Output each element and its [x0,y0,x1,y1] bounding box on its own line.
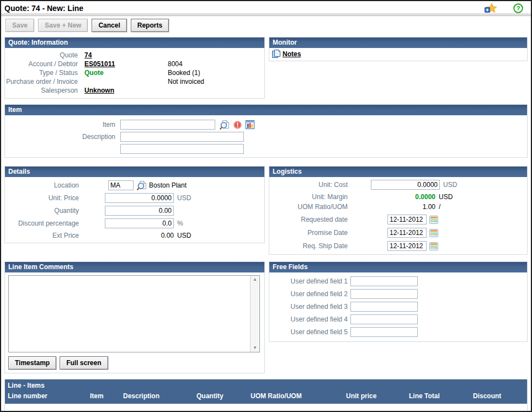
column-discount: Discount [473,392,524,400]
promise-date-calendar-icon[interactable] [429,229,438,237]
comments-textarea[interactable] [9,276,250,352]
discount-percentage-input[interactable] [105,218,174,228]
type-status-row: Type / Status Quote Booked (1) [5,68,264,77]
description-row-1: Description [5,132,527,142]
ext-price-label: Ext Price [5,232,79,239]
purchase-order-row: Purchase order / Invoice Not invoiced [5,77,264,86]
quantity-label: Quantity [5,207,79,215]
description-input-2[interactable] [120,144,244,154]
quote-information-header: Quote: Information [5,38,264,48]
item-section: Item Item [4,104,528,158]
salesperson-link[interactable]: Unknown [84,87,114,94]
requested-date-calendar-icon[interactable] [429,216,438,224]
notes-icon [272,50,281,58]
description-label: Description [5,133,115,141]
account-debtor-link[interactable]: ES051011 [84,60,115,68]
reports-button[interactable]: Reports [131,19,169,32]
user-defined-field-2-input[interactable] [350,289,418,299]
location-input[interactable] [108,180,134,190]
save-button[interactable]: Save [6,19,34,32]
title-bar: Quote: 74 - New: Line ? [1,1,531,14]
add-favorite-icon[interactable] [485,3,497,13]
user-defined-field-3-input[interactable] [350,302,418,312]
type-status-value: Quote [84,69,104,77]
type-status-label: Type / Status [5,69,78,77]
app-window: Quote: 74 - New: Line ? Save Save + New … [0,0,532,412]
ext-price-value: 0.00 [105,232,174,239]
details-section: Details Location [4,166,265,243]
user-defined-field-4-label: User defined field 4 [273,315,348,323]
fullscreen-button[interactable]: Full screen [60,356,108,370]
promise-date-input[interactable] [387,228,427,238]
item-chart-icon[interactable] [246,120,254,129]
user-defined-field-4-input[interactable] [350,314,418,324]
user-defined-field-2-row: User defined field 2 [273,288,527,299]
ship-date-label: Req. Ship Date [273,242,348,250]
timestamp-button[interactable]: Timestamp [8,356,56,370]
salesperson-label: Salesperson [5,87,78,94]
monitor-header: Monitor [269,38,527,48]
free-fields-header: Free Fields [269,262,527,272]
user-defined-field-1-input[interactable] [350,276,418,286]
purchase-order-label: Purchase order / Invoice [5,78,78,85]
help-icon[interactable]: ? [513,3,523,13]
location-row: Location Boston Pl [5,180,264,190]
user-defined-field-5-label: User defined field 5 [273,328,348,336]
item-input[interactable] [120,120,215,130]
promise-date-label: Promise Date [273,229,348,237]
quote-number-link[interactable]: 74 [84,51,92,59]
column-description: Description [123,392,196,400]
scroll-up-icon[interactable]: ▲ [253,277,257,282]
requested-date-input[interactable] [387,215,427,224]
svg-text:?: ? [517,5,520,12]
discount-percentage-row: Discount percentage % [5,218,264,228]
ship-date-calendar-icon[interactable] [429,242,438,250]
unit-margin-currency: USD [439,193,453,201]
logistics-section: Logistics Unit: Cost USD Unit: Margin 0.… [269,166,528,255]
monitor-section: Monitor Notes [269,37,528,61]
item-row: Item [5,120,527,130]
unit-margin-value: 0.0000 [371,193,435,201]
account-debtor-label: Account / Debtor [5,60,78,68]
ship-date-input[interactable] [387,241,427,251]
line-items-body [5,404,527,412]
description-row-2 [5,144,527,154]
user-defined-field-3-row: User defined field 3 [273,301,527,312]
comments-scrollbar[interactable]: ▲ ▼ [250,276,259,352]
uom-ratio-value: 1.00 [371,203,435,211]
unit-cost-label: Unit: Cost [273,181,348,189]
unit-price-input[interactable] [105,193,174,203]
column-quantity: Quantity [196,392,251,400]
location-label: Location [5,181,79,189]
requested-date-label: Requested date [273,216,348,223]
notes-link[interactable]: Notes [283,50,301,58]
cancel-button[interactable]: Cancel [92,19,126,32]
line-items-column-headers: Line number Item Description Quantity UO… [8,390,524,404]
user-defined-field-5-input[interactable] [350,327,418,337]
quantity-input[interactable] [105,206,174,216]
unit-cost-currency: USD [443,181,457,189]
item-section-header: Item [5,105,527,115]
unit-cost-input[interactable] [371,180,440,190]
column-line-number: Line number [8,392,90,400]
description-input-1[interactable] [120,132,244,142]
unit-price-label: Unit: Price [5,194,79,202]
uom-ratio-row: UOM Ratio/UOM 1.00 / [273,202,527,211]
unit-price-currency: USD [177,194,191,202]
column-unit-price: Unit price [346,392,409,400]
column-item: Item [90,392,123,400]
quote-information-section: Quote: Information Quote 74 Account / De… [4,37,265,99]
uom-suffix: / [439,203,440,211]
save-new-button[interactable]: Save + New [38,19,88,32]
item-browse-icon[interactable] [220,120,230,130]
user-defined-field-3-label: User defined field 3 [273,303,348,311]
scroll-down-icon[interactable]: ▼ [253,346,257,350]
line-item-comments-section: Line Item Comments ▲ ▼ Timestamp Full sc… [4,261,265,373]
quote-row: Quote 74 [5,51,264,60]
promise-date-row: Promise Date [273,228,527,238]
requested-date-row: Requested date [273,215,527,224]
unit-margin-row: Unit: Margin 0.0000 USD [273,192,527,201]
quote-label: Quote [5,51,78,59]
logistics-header: Logistics [269,167,527,177]
location-browse-icon[interactable] [137,181,147,190]
